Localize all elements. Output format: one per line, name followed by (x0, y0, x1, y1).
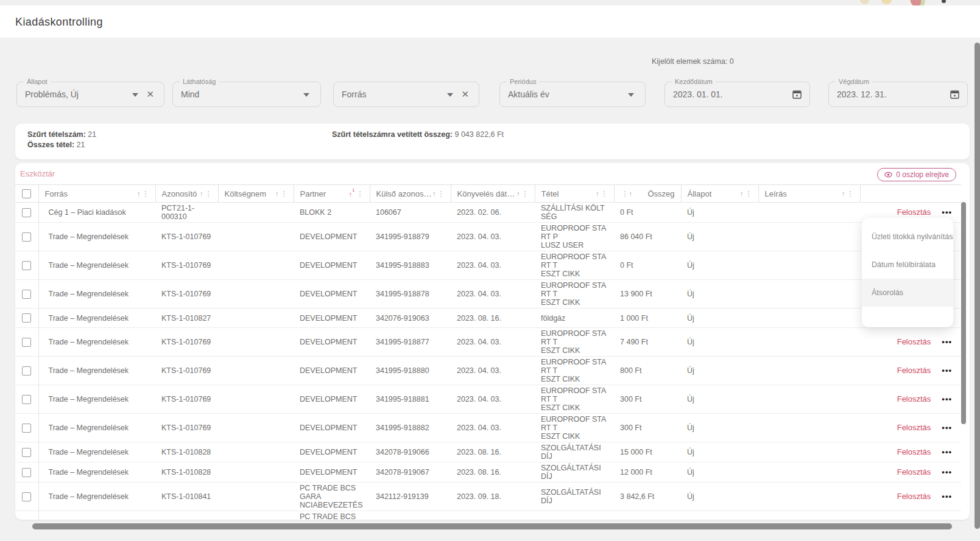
calendar-icon[interactable] (950, 89, 960, 100)
filter-forras[interactable]: Forrás ✕ (333, 82, 479, 107)
row-more-icon[interactable]: ••• (942, 467, 952, 476)
column-menu-icon[interactable]: ⋮ (601, 190, 608, 198)
sort-arrow-icon[interactable]: ↑ (842, 190, 845, 197)
cell-azonosito: KTS-1-010841 (155, 483, 218, 511)
chevron-down-icon[interactable] (132, 93, 138, 97)
page-scrollbar[interactable] (975, 43, 980, 529)
row-checkbox[interactable] (22, 448, 31, 457)
document-icon[interactable] (860, 0, 869, 4)
filter-kezdodatum-label: Kezdődátum (672, 77, 716, 86)
column-menu-icon[interactable]: ⋮ (622, 190, 629, 198)
filter-kezdodatum[interactable]: Kezdődátum 2023. 01. 01. (664, 82, 810, 107)
column-menu-icon[interactable]: ⋮ (143, 190, 149, 198)
row-checkbox[interactable] (22, 338, 31, 347)
sort-arrow-icon[interactable]: ↑ (516, 190, 520, 197)
column-menu-icon[interactable]: ⋮ (847, 190, 854, 198)
notification-icon[interactable] (881, 0, 892, 4)
sort-arrow-icon[interactable]: ↑ (137, 190, 141, 197)
row-more-icon[interactable]: ••• (942, 492, 952, 501)
felosztas-action-link[interactable]: Felosztás (897, 366, 931, 375)
column-menu-icon[interactable]: ⋮ (746, 190, 752, 198)
table-row: Trade – MegrendelésekKTS-1-010838PC TRAD… (15, 511, 961, 520)
filter-lathatosag[interactable]: Láthatóság Mind (172, 82, 321, 107)
felosztas-action-link[interactable]: Felosztás (897, 467, 931, 476)
context-menu-item[interactable]: Dátum felülbírálata (862, 251, 953, 279)
row-more-icon[interactable]: ••• (942, 366, 952, 375)
select-all-checkbox[interactable] (22, 189, 31, 198)
sort-arrow-icon[interactable]: ↑ (596, 190, 599, 197)
chevron-down-icon[interactable] (303, 93, 309, 97)
column-menu-icon[interactable]: ⋮ (438, 190, 445, 198)
sort-arrow-icon[interactable]: ↑ (200, 190, 203, 197)
row-actions-cell: Felosztás••• (860, 385, 961, 414)
row-checkbox[interactable] (22, 261, 31, 270)
column-header-osszeg[interactable]: ⋮↑Összeg (614, 185, 681, 203)
row-more-icon[interactable]: ••• (942, 208, 952, 217)
cell-tetel: EUROPROOF START T ESZT CIKK (535, 357, 614, 385)
context-menu-item[interactable]: Üzleti titokká nyilvánítás (862, 223, 953, 251)
horizontal-scrollbar[interactable] (32, 523, 952, 529)
column-header-partner[interactable]: Partner↑1⋮ (294, 185, 370, 203)
row-checkbox[interactable] (22, 366, 31, 375)
column-header-leiras[interactable]: Leírás↑⋮ (758, 185, 860, 203)
table-vertical-scrollbar[interactable] (961, 202, 966, 424)
felosztas-action-link[interactable]: Felosztás (897, 492, 931, 501)
felosztas-action-link[interactable]: Felosztás (897, 447, 931, 456)
cell-azonosito: KTS-1-010769 (155, 223, 218, 251)
column-header-koltsegnem[interactable]: Költségnem↑⋮ (218, 185, 294, 203)
row-more-icon[interactable]: ••• (942, 394, 952, 403)
chevron-down-icon[interactable] (447, 93, 453, 97)
column-header-azonosito[interactable]: Azonosító↑⋮ (155, 185, 218, 203)
column-header-tetel[interactable]: Tétel↑⋮ (535, 185, 614, 203)
sort-arrow-icon[interactable]: ↑ (629, 190, 633, 197)
sort-arrow-icon[interactable]: ↑1 (349, 189, 355, 198)
sort-arrow-icon[interactable]: ↑ (275, 190, 279, 197)
clear-icon[interactable]: ✕ (461, 89, 469, 100)
column-menu-icon[interactable]: ⋮ (522, 190, 529, 198)
felosztas-action-link[interactable]: Felosztás (897, 337, 931, 346)
row-checkbox-cell (15, 328, 38, 357)
more-menu-icon[interactable] (942, 0, 946, 3)
cell-azonosito: KTS-1-010769 (155, 328, 218, 357)
row-checkbox[interactable] (22, 313, 31, 323)
column-header-forras[interactable]: Forrás↑⋮ (38, 185, 155, 203)
filter-allapot[interactable]: Állapot Problémás, Új ✕ (16, 82, 164, 107)
context-menu-item[interactable]: Átsorolás (862, 279, 953, 307)
cell-azonosito: KTS-1-010769 (155, 385, 218, 414)
column-menu-icon[interactable]: ⋮ (357, 190, 364, 198)
cell-azonosito: KTS-1-010828 (155, 462, 218, 483)
column-label: Azonosító (162, 189, 200, 198)
sort-arrow-icon[interactable]: ↑ (740, 190, 744, 197)
row-checkbox[interactable] (22, 424, 31, 433)
sort-arrow-icon[interactable]: ↑ (432, 190, 436, 197)
row-context-menu: Üzleti titokká nyilvánításDátum felülbír… (862, 218, 953, 327)
felosztas-action-link[interactable]: Felosztás (897, 208, 931, 217)
row-checkbox[interactable] (22, 468, 31, 477)
row-more-icon[interactable]: ••• (942, 447, 952, 456)
hidden-columns-button[interactable]: 0 oszlop elrejtve (877, 168, 956, 181)
chevron-down-icon[interactable] (628, 93, 634, 97)
row-checkbox[interactable] (22, 232, 31, 242)
filter-periodus[interactable]: Periódus Aktuális év (499, 82, 646, 107)
column-menu-icon[interactable]: ⋮ (205, 190, 212, 198)
calendar-icon[interactable] (792, 89, 802, 100)
cell-tetel: EUROPROOF START T ESZT CIKK (535, 251, 614, 280)
row-more-icon[interactable]: ••• (942, 337, 952, 346)
row-checkbox-cell (15, 223, 38, 251)
cell-partner: DEVELOPMENT (294, 280, 370, 309)
row-checkbox[interactable] (22, 208, 31, 217)
filter-vegdatum[interactable]: Végdátum 2023. 12. 31. (828, 82, 968, 107)
felosztas-action-link[interactable]: Felosztás (897, 423, 931, 432)
row-more-icon[interactable]: ••• (942, 423, 952, 432)
column-header-allapot[interactable]: Állapot↑⋮ (681, 185, 758, 203)
column-header-konyveles_datuma[interactable]: Könyvelés dátuma↑⋮ (451, 185, 535, 203)
column-menu-icon[interactable]: ⋮ (281, 190, 287, 198)
column-header-kulso_azonosito[interactable]: Külső azonosító↑⋮ (370, 185, 451, 203)
row-checkbox-cell (15, 511, 38, 520)
clear-icon[interactable]: ✕ (146, 89, 154, 100)
row-checkbox[interactable] (22, 492, 31, 501)
felosztas-action-link[interactable]: Felosztás (897, 394, 931, 403)
row-checkbox[interactable] (22, 290, 31, 299)
cell-osszeg: 15 000 Ft (614, 442, 681, 462)
row-checkbox[interactable] (22, 395, 31, 404)
